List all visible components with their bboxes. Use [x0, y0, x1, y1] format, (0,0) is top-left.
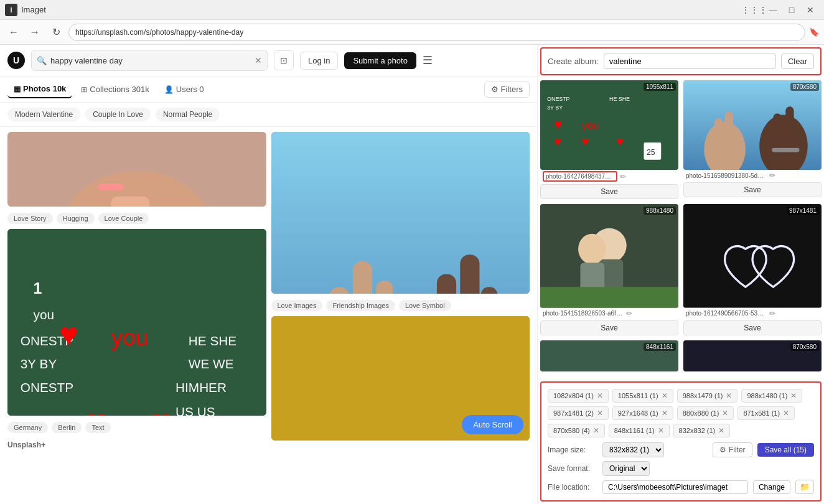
filter-tag-880x880[interactable]: 880x880 (1) ✕ — [677, 406, 734, 420]
clear-album-button[interactable]: Clear — [781, 54, 814, 69]
right-photo-3-edit-icon[interactable]: ✏ — [626, 309, 632, 318]
filter-tag-848x1161[interactable]: 848x1161 (1) ✕ — [609, 424, 670, 437]
filters-button[interactable]: ⚙ Filters — [484, 81, 530, 98]
window-controls: ⋮⋮⋮ — □ ✕ — [746, 1, 819, 19]
tag-germany[interactable]: Germany — [7, 422, 48, 433]
remove-filter-988x1480[interactable]: ✕ — [790, 391, 797, 400]
url-bar: ← → ↻ 🔖 — [0, 20, 824, 45]
filter-tag-1055[interactable]: 1055x811 (1) ✕ — [612, 389, 673, 403]
right-photo-1-edit-icon[interactable]: ✏ — [620, 172, 626, 181]
tag-love-story[interactable]: Love Story — [7, 213, 53, 224]
photo-card-chocolate[interactable]: Auto Scroll — [271, 316, 530, 441]
refresh-button[interactable]: ↻ — [47, 24, 65, 41]
svg-text:ONESTP: ONESTP — [547, 96, 570, 102]
filter-icon: ⚙ — [719, 446, 726, 454]
tag-love-images[interactable]: Love Images — [271, 300, 323, 311]
tabs-area: ▦ Photos 10k ⊞ Collections 301k 👤 Users … — [0, 77, 537, 103]
tag-normal-people[interactable]: Normal People — [156, 108, 220, 121]
menu-dots-button[interactable]: ⋮⋮⋮ — [746, 1, 763, 19]
filter-tag-1082[interactable]: 1082x804 (1) ✕ — [548, 389, 609, 403]
tag-love-couple[interactable]: Love Couple — [98, 213, 149, 224]
right-photo-wrap-1[interactable]: ONESTP 3Y BY HE SHE ♥ you ♥ ♥ ♥ 25 1055x… — [540, 80, 678, 170]
right-photo-3-save-button[interactable]: Save — [540, 320, 678, 335]
create-album-input[interactable] — [604, 54, 776, 69]
right-photo-item-3: 988x1480 photo-1541518926503-a6fdabd941.… — [538, 202, 681, 338]
bookmark-icon[interactable]: 🔖 — [809, 27, 819, 37]
remove-filter-832x832[interactable]: ✕ — [718, 426, 724, 435]
file-location-input[interactable] — [602, 480, 748, 494]
tab-users-label: Users 0 — [176, 85, 204, 94]
tag-modern-valentine[interactable]: Modern Valentine — [7, 108, 80, 121]
submit-photo-button[interactable]: Submit a photo — [344, 52, 416, 69]
remove-filter-880x880[interactable]: ✕ — [722, 409, 728, 418]
tag-berlin[interactable]: Berlin — [52, 422, 82, 433]
tag-love-symbol[interactable]: Love Symbol — [399, 300, 451, 311]
right-photos-grid: ONESTP 3Y BY HE SHE ♥ you ♥ ♥ ♥ 25 1055x… — [538, 78, 824, 374]
filter-tags-list: 1082x804 (1) ✕ 1055x811 (1) ✕ 988x1479 (… — [548, 389, 814, 437]
forward-button[interactable]: → — [26, 24, 44, 41]
photo-card-hands-tall[interactable] — [271, 132, 530, 294]
right-photo-4-save-button[interactable]: Save — [683, 320, 822, 335]
remove-filter-927x1648[interactable]: ✕ — [662, 409, 668, 418]
svg-rect-63 — [772, 148, 799, 152]
save-format-select[interactable]: Original — [602, 461, 650, 476]
browser-content: U 🔍 ✕ ⊡ Log in Submit a photo ☰ ▦ Photos… — [0, 45, 538, 504]
tab-photos[interactable]: ▦ Photos 10k — [7, 80, 72, 98]
back-button[interactable]: ← — [5, 24, 22, 41]
filter-tag-927x1648[interactable]: 927x1648 (1) ✕ — [612, 406, 673, 420]
right-photo-wrap-5[interactable]: 848x1161 — [540, 340, 678, 371]
filter-tags-row: Modern Valentine Couple In Love Normal P… — [0, 103, 537, 127]
photo-hands-partial-img — [7, 132, 266, 207]
filter-tag-988x1480[interactable]: 988x1480 (1) ✕ — [741, 389, 802, 403]
right-photo-wrap-2[interactable]: 870x580 — [683, 80, 822, 170]
tag-couple-in-love[interactable]: Couple In Love — [85, 108, 151, 121]
right-photo-wrap-3[interactable]: 988x1480 — [540, 204, 678, 308]
filter-tag-987x1481[interactable]: 987x1481 (2) ✕ — [548, 406, 609, 420]
filter-tag-871x581[interactable]: 871x581 (1) ✕ — [737, 406, 795, 420]
url-input[interactable] — [75, 28, 798, 37]
tab-users[interactable]: 👤 Users 0 — [158, 81, 210, 98]
right-photo-wrap-4[interactable]: 987x1481 — [683, 204, 822, 308]
svg-rect-61 — [773, 113, 781, 147]
remove-filter-1082[interactable]: ✕ — [597, 391, 603, 400]
maximize-button[interactable]: □ — [783, 1, 800, 19]
remove-filter-870x580[interactable]: ✕ — [593, 426, 599, 435]
image-size-select[interactable]: 832x832 (1) — [602, 442, 664, 457]
camera-search-button[interactable]: ⊡ — [274, 50, 294, 70]
remove-filter-988x1479[interactable]: ✕ — [726, 391, 732, 400]
save-all-button[interactable]: Save all (15) — [757, 443, 814, 457]
tab-collections[interactable]: ⊞ Collections 301k — [75, 81, 155, 98]
open-folder-button[interactable]: 📁 — [795, 480, 814, 494]
tag-hugging[interactable]: Hugging — [57, 213, 95, 224]
right-photo-1-save-button[interactable]: Save — [540, 184, 678, 199]
remove-filter-848x1161[interactable]: ✕ — [658, 426, 664, 435]
remove-filter-987x1481[interactable]: ✕ — [597, 409, 603, 418]
change-location-button[interactable]: Change — [753, 480, 790, 494]
minimize-button[interactable]: — — [764, 1, 782, 19]
close-button[interactable]: ✕ — [802, 1, 819, 19]
remove-filter-1055[interactable]: ✕ — [662, 391, 668, 400]
filter-tag-988x1479[interactable]: 988x1479 (1) ✕ — [677, 389, 738, 403]
filter-button[interactable]: ⚙ Filter — [713, 442, 752, 457]
remove-filter-871x581[interactable]: ✕ — [783, 409, 789, 418]
right-photo-2-save-button[interactable]: Save — [683, 182, 822, 197]
right-photo-wrap-6[interactable]: 870x580 — [683, 340, 822, 371]
titlebar: I Imaget ⋮⋮⋮ — □ ✕ — [0, 0, 824, 20]
photo-card-hearts[interactable]: 1 you ONESTP 3Y BY ONESTP HE SHE WE WE H… — [7, 229, 266, 416]
search-input[interactable] — [50, 56, 251, 65]
svg-rect-69 — [540, 287, 678, 307]
photo-card-hands-partial[interactable] — [7, 132, 266, 207]
filter-tag-870x580[interactable]: 870x580 (4) ✕ — [548, 424, 605, 437]
filter-tag-832x832[interactable]: 832x832 (1) ✕ — [673, 424, 731, 437]
svg-rect-58 — [714, 118, 723, 149]
tag-text[interactable]: Text — [85, 422, 110, 433]
login-button[interactable]: Log in — [300, 52, 338, 70]
tag-friendship-images[interactable]: Friendship Images — [326, 300, 395, 311]
auto-scroll-button[interactable]: Auto Scroll — [462, 415, 523, 434]
right-photo-2-edit-icon[interactable]: ✏ — [769, 171, 775, 180]
right-photo-1-dim: 1055x811 — [644, 83, 676, 91]
right-photo-4-edit-icon[interactable]: ✏ — [769, 309, 775, 318]
search-clear-button[interactable]: ✕ — [255, 55, 262, 65]
hamburger-menu-button[interactable]: ☰ — [423, 54, 433, 67]
svg-text:♥: ♥ — [582, 134, 589, 148]
